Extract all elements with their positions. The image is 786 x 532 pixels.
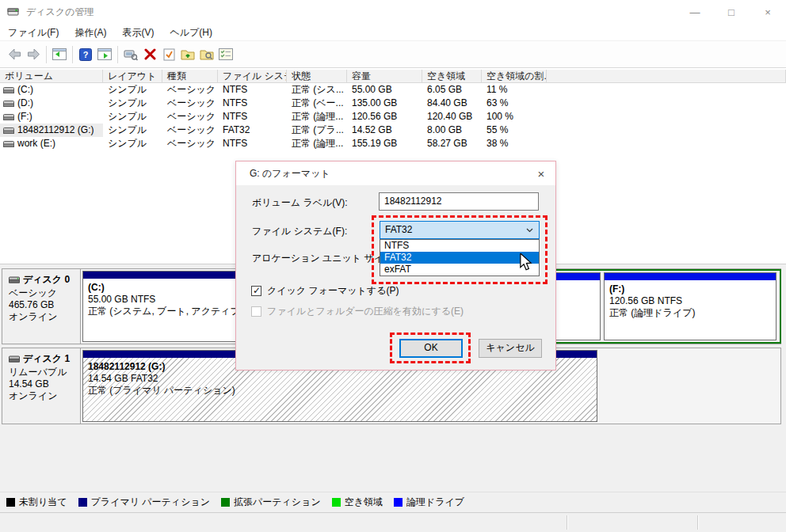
compression-checkbox [251, 306, 261, 317]
volume-free-pct: 55 % [482, 124, 547, 137]
volume-type: ベーシック [162, 137, 218, 150]
legend-primary: プライマリ パーティション [78, 496, 210, 509]
volume-rows: (C:) シンプル ベーシック NTFS 正常 (シス... 55.00 GB … [0, 83, 786, 150]
column-header-free[interactable]: 空き領域 [422, 70, 482, 83]
volume-type: ベーシック [162, 83, 218, 97]
column-header-type[interactable]: 種類 [162, 70, 218, 83]
column-header-status[interactable]: 状態 [287, 70, 347, 83]
partition-f[interactable]: (F:) 120.56 GB NTFS 正常 (論理ドライブ) [604, 272, 776, 340]
menu-file[interactable]: ファイル(F) [0, 24, 67, 41]
volume-fs: NTFS [218, 110, 287, 124]
quick-format-checkrow[interactable]: クイック フォーマットする(P) [251, 284, 399, 298]
volume-free: 58.27 GB [422, 137, 482, 150]
volume-status: 正常 (ベー... [287, 97, 347, 110]
delete-icon[interactable] [140, 45, 159, 64]
disk0-status: オンライン [9, 311, 80, 323]
volume-label-label: ボリューム ラベル(V): [252, 196, 348, 210]
disk1-label[interactable]: ディスク 1 リムーバブル 14.54 GB オンライン [2, 348, 81, 424]
volume-row[interactable]: work (E:) シンプル ベーシック NTFS 正常 (論理... 155.… [0, 137, 786, 150]
action-pane-icon[interactable] [95, 45, 114, 64]
cancel-button[interactable]: キャンセル [479, 339, 542, 358]
menu-bar: ファイル(F) 操作(A) 表示(V) ヘルプ(H) [0, 24, 786, 41]
volume-label-input[interactable]: 18482112912 [379, 192, 539, 211]
menu-view[interactable]: 表示(V) [114, 24, 162, 41]
disk-management-window: ディスクの管理 — □ × ファイル(F) 操作(A) 表示(V) ヘルプ(H)… [0, 0, 786, 532]
column-header-capacity[interactable]: 容量 [347, 70, 422, 83]
volume-row[interactable]: 18482112912 (G:) シンプル ベーシック FAT32 正常 (プラ… [0, 124, 786, 137]
window-title: ディスクの管理 [26, 6, 93, 19]
connect-computer-icon[interactable] [121, 45, 140, 64]
disk0-type: ベーシック [9, 287, 80, 299]
dropdown-option-exfat[interactable]: exFAT [380, 264, 539, 276]
legend-bar: 未割り当て プライマリ パーティション 拡張パーティション 空き領域 論理ドライ… [0, 492, 786, 512]
column-header-free-pct[interactable]: 空き領域の割... [482, 70, 547, 83]
legend-extended: 拡張パーティション [221, 496, 321, 509]
volume-layout: シンプル [103, 137, 162, 150]
volume-status: 正常 (論理... [287, 110, 347, 124]
volume-fs: NTFS [218, 97, 287, 110]
volume-free: 120.40 GB [422, 110, 482, 124]
chevron-down-icon [526, 228, 533, 233]
help-icon[interactable]: ? [76, 45, 95, 64]
disk0-label[interactable]: ディスク 0 ベーシック 465.76 GB オンライン [2, 269, 81, 344]
statusbar-separator [567, 515, 567, 530]
volume-fs: NTFS [218, 137, 287, 150]
volume-free: 8.00 GB [422, 124, 482, 137]
dialog-body: ボリューム ラベル(V): 18482112912 ファイル システム(F): … [236, 185, 555, 370]
legend-swatch-free-space [332, 498, 341, 507]
disk1-size: 14.54 GB [9, 378, 80, 390]
format-dialog: G: のフォーマット × ボリューム ラベル(V): 18482112912 フ… [235, 161, 556, 370]
volume-icon [3, 86, 14, 94]
maximize-button[interactable]: □ [713, 0, 750, 24]
disk1-type: リムーバブル [9, 367, 80, 378]
dropdown-option-fat32[interactable]: FAT32 [380, 252, 539, 264]
toolbar: ? [0, 41, 786, 68]
task-list-icon[interactable] [216, 45, 235, 64]
volume-name: work (E:) [17, 137, 55, 150]
file-system-dropdown: NTFS FAT32 exFAT [380, 239, 540, 276]
volume-capacity: 135.00 GB [347, 97, 422, 110]
close-button[interactable]: × [750, 0, 786, 24]
back-icon[interactable] [5, 45, 24, 64]
volume-fs: NTFS [218, 83, 287, 97]
status-bar [0, 512, 786, 532]
menu-help[interactable]: ヘルプ(H) [162, 24, 220, 41]
column-header-filesystem[interactable]: ファイル システム [218, 70, 287, 83]
properties-check-icon[interactable] [159, 45, 178, 64]
folder-up-icon[interactable] [178, 45, 197, 64]
menu-action[interactable]: 操作(A) [67, 24, 114, 41]
volume-free-pct: 100 % [482, 110, 547, 124]
dialog-close-icon[interactable]: × [534, 166, 548, 180]
forward-icon[interactable] [24, 45, 43, 64]
volume-row[interactable]: (F:) シンプル ベーシック NTFS 正常 (論理... 120.56 GB… [0, 110, 786, 124]
svg-text:?: ? [83, 50, 89, 59]
folder-search-icon[interactable] [197, 45, 216, 64]
legend-swatch-logical [394, 498, 403, 507]
volume-icon [3, 100, 14, 108]
quick-format-label: クイック フォーマットする(P) [267, 284, 399, 298]
volume-layout: シンプル [103, 97, 162, 110]
dropdown-option-ntfs[interactable]: NTFS [380, 240, 539, 252]
quick-format-checkbox[interactable] [251, 286, 261, 296]
toolbar-separator [46, 46, 47, 63]
console-tree-icon[interactable] [50, 45, 69, 64]
volume-free: 6.05 GB [422, 83, 482, 97]
volume-layout: シンプル [103, 110, 162, 124]
app-icon [7, 6, 20, 18]
volume-capacity: 14.52 GB [347, 124, 422, 137]
volume-name: (D:) [17, 97, 33, 110]
volume-row[interactable]: (C:) シンプル ベーシック NTFS 正常 (シス... 55.00 GB … [0, 83, 786, 97]
volume-layout: シンプル [103, 83, 162, 97]
volume-row[interactable]: (D:) シンプル ベーシック NTFS 正常 (ベー... 135.00 GB… [0, 97, 786, 110]
volume-type: ベーシック [162, 97, 218, 110]
file-system-combobox[interactable]: FAT32 [380, 221, 540, 239]
column-header-layout[interactable]: レイアウト [103, 70, 162, 83]
minimize-button[interactable]: — [677, 0, 713, 24]
volume-status: 正常 (シス... [287, 83, 347, 97]
volume-name: (C:) [17, 83, 33, 97]
ok-button[interactable]: OK [399, 339, 463, 358]
column-header-volume[interactable]: ボリューム [0, 70, 103, 83]
volume-capacity: 120.56 GB [347, 110, 422, 124]
volume-free-pct: 11 % [482, 83, 547, 97]
statusbar-separator [697, 515, 698, 530]
